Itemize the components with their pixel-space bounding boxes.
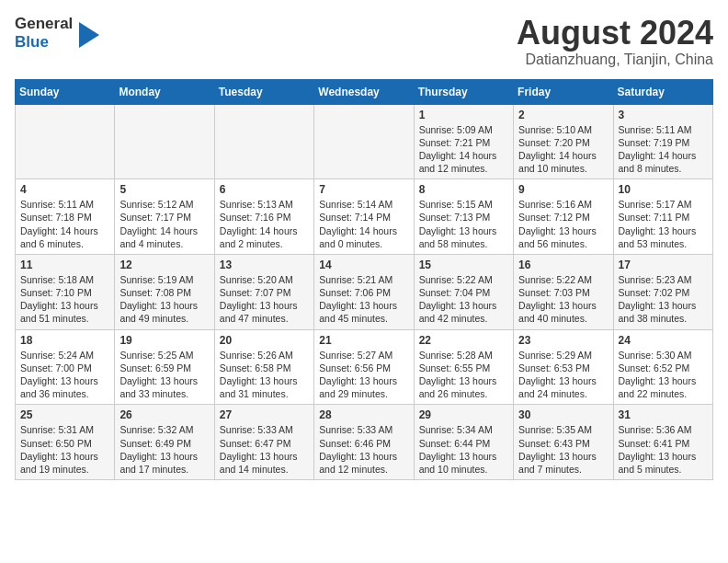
day-number: 26 bbox=[119, 408, 209, 421]
day-number: 2 bbox=[518, 109, 608, 121]
day-number: 19 bbox=[119, 334, 209, 347]
day-info: Sunrise: 5:33 AM Sunset: 6:46 PM Dayligh… bbox=[319, 423, 408, 476]
column-header-monday: Monday bbox=[115, 79, 214, 104]
calendar-week-row: 11Sunrise: 5:18 AM Sunset: 7:10 PM Dayli… bbox=[16, 254, 713, 329]
page-header: General Blue August 2024 Datianzhuang, T… bbox=[15, 15, 713, 68]
day-number: 22 bbox=[419, 334, 508, 347]
column-header-wednesday: Wednesday bbox=[314, 79, 414, 104]
calendar-cell: 11Sunrise: 5:18 AM Sunset: 7:10 PM Dayli… bbox=[16, 254, 115, 329]
day-number: 9 bbox=[518, 183, 608, 196]
day-info: Sunrise: 5:21 AM Sunset: 7:06 PM Dayligh… bbox=[319, 273, 408, 326]
day-info: Sunrise: 5:22 AM Sunset: 7:04 PM Dayligh… bbox=[419, 273, 508, 326]
day-info: Sunrise: 5:17 AM Sunset: 7:11 PM Dayligh… bbox=[619, 198, 708, 250]
calendar-cell bbox=[16, 104, 115, 179]
day-info: Sunrise: 5:28 AM Sunset: 6:55 PM Dayligh… bbox=[419, 349, 508, 401]
day-number: 8 bbox=[419, 183, 508, 196]
column-header-tuesday: Tuesday bbox=[214, 79, 313, 104]
day-number: 28 bbox=[319, 408, 408, 421]
logo-blue: Blue bbox=[15, 33, 73, 52]
calendar-cell: 7Sunrise: 5:14 AM Sunset: 7:14 PM Daylig… bbox=[314, 179, 414, 255]
day-info: Sunrise: 5:16 AM Sunset: 7:12 PM Dayligh… bbox=[518, 198, 608, 250]
day-number: 15 bbox=[419, 259, 508, 271]
calendar-cell: 5Sunrise: 5:12 AM Sunset: 7:17 PM Daylig… bbox=[115, 179, 214, 255]
calendar-cell: 3Sunrise: 5:11 AM Sunset: 7:19 PM Daylig… bbox=[613, 104, 712, 179]
day-number: 18 bbox=[20, 334, 109, 347]
day-info: Sunrise: 5:33 AM Sunset: 6:47 PM Dayligh… bbox=[220, 423, 309, 476]
column-header-thursday: Thursday bbox=[414, 79, 513, 104]
calendar-cell: 14Sunrise: 5:21 AM Sunset: 7:06 PM Dayli… bbox=[314, 254, 414, 329]
day-number: 13 bbox=[220, 259, 309, 271]
calendar-cell: 19Sunrise: 5:25 AM Sunset: 6:59 PM Dayli… bbox=[115, 329, 214, 405]
calendar-cell: 10Sunrise: 5:17 AM Sunset: 7:11 PM Dayli… bbox=[613, 179, 712, 255]
calendar-cell: 15Sunrise: 5:22 AM Sunset: 7:04 PM Dayli… bbox=[414, 254, 513, 329]
column-header-sunday: Sunday bbox=[16, 79, 115, 104]
day-info: Sunrise: 5:29 AM Sunset: 6:53 PM Dayligh… bbox=[518, 349, 608, 401]
day-info: Sunrise: 5:35 AM Sunset: 6:43 PM Dayligh… bbox=[518, 423, 608, 476]
day-number: 31 bbox=[619, 408, 708, 421]
day-info: Sunrise: 5:12 AM Sunset: 7:17 PM Dayligh… bbox=[119, 198, 209, 250]
day-info: Sunrise: 5:36 AM Sunset: 6:41 PM Dayligh… bbox=[619, 423, 708, 476]
calendar-cell: 30Sunrise: 5:35 AM Sunset: 6:43 PM Dayli… bbox=[514, 405, 613, 480]
day-number: 1 bbox=[419, 109, 508, 121]
day-number: 25 bbox=[20, 408, 109, 421]
calendar-cell: 26Sunrise: 5:32 AM Sunset: 6:49 PM Dayli… bbox=[115, 405, 214, 480]
day-info: Sunrise: 5:19 AM Sunset: 7:08 PM Dayligh… bbox=[119, 273, 209, 326]
calendar-cell: 12Sunrise: 5:19 AM Sunset: 7:08 PM Dayli… bbox=[115, 254, 214, 329]
calendar-cell: 31Sunrise: 5:36 AM Sunset: 6:41 PM Dayli… bbox=[613, 405, 712, 480]
calendar-cell: 2Sunrise: 5:10 AM Sunset: 7:20 PM Daylig… bbox=[514, 104, 613, 179]
calendar-cell: 23Sunrise: 5:29 AM Sunset: 6:53 PM Dayli… bbox=[514, 329, 613, 405]
day-number: 14 bbox=[319, 259, 408, 271]
day-info: Sunrise: 5:14 AM Sunset: 7:14 PM Dayligh… bbox=[319, 198, 408, 250]
calendar-cell: 17Sunrise: 5:23 AM Sunset: 7:02 PM Dayli… bbox=[613, 254, 712, 329]
day-number: 17 bbox=[619, 259, 708, 271]
calendar-cell: 8Sunrise: 5:15 AM Sunset: 7:13 PM Daylig… bbox=[414, 179, 513, 255]
day-number: 29 bbox=[419, 408, 508, 421]
day-number: 5 bbox=[119, 183, 209, 196]
location-subtitle: Datianzhuang, Tianjin, China bbox=[517, 52, 713, 68]
day-info: Sunrise: 5:27 AM Sunset: 6:56 PM Dayligh… bbox=[319, 349, 408, 401]
logo-general: General bbox=[15, 15, 73, 33]
calendar-cell bbox=[115, 104, 214, 179]
calendar-cell: 13Sunrise: 5:20 AM Sunset: 7:07 PM Dayli… bbox=[214, 254, 313, 329]
calendar-cell bbox=[314, 104, 414, 179]
calendar-cell: 4Sunrise: 5:11 AM Sunset: 7:18 PM Daylig… bbox=[16, 179, 115, 255]
calendar-cell: 20Sunrise: 5:26 AM Sunset: 6:58 PM Dayli… bbox=[214, 329, 313, 405]
calendar-cell: 24Sunrise: 5:30 AM Sunset: 6:52 PM Dayli… bbox=[613, 329, 712, 405]
day-info: Sunrise: 5:34 AM Sunset: 6:44 PM Dayligh… bbox=[419, 423, 508, 476]
calendar-week-row: 18Sunrise: 5:24 AM Sunset: 7:00 PM Dayli… bbox=[16, 329, 713, 405]
calendar-week-row: 1Sunrise: 5:09 AM Sunset: 7:21 PM Daylig… bbox=[16, 104, 713, 179]
day-info: Sunrise: 5:15 AM Sunset: 7:13 PM Dayligh… bbox=[419, 198, 508, 250]
calendar-header-row: SundayMondayTuesdayWednesdayThursdayFrid… bbox=[16, 79, 713, 104]
calendar-cell: 27Sunrise: 5:33 AM Sunset: 6:47 PM Dayli… bbox=[214, 405, 313, 480]
day-number: 11 bbox=[20, 259, 109, 271]
logo-arrow-icon bbox=[79, 22, 99, 48]
calendar-cell: 22Sunrise: 5:28 AM Sunset: 6:55 PM Dayli… bbox=[414, 329, 513, 405]
day-number: 4 bbox=[20, 183, 109, 196]
calendar-cell: 21Sunrise: 5:27 AM Sunset: 6:56 PM Dayli… bbox=[314, 329, 414, 405]
day-number: 30 bbox=[518, 408, 608, 421]
title-section: August 2024 Datianzhuang, Tianjin, China bbox=[517, 15, 713, 68]
calendar-cell bbox=[214, 104, 313, 179]
day-number: 7 bbox=[319, 183, 408, 196]
day-info: Sunrise: 5:09 AM Sunset: 7:21 PM Dayligh… bbox=[419, 123, 508, 176]
day-info: Sunrise: 5:24 AM Sunset: 7:00 PM Dayligh… bbox=[20, 349, 109, 401]
calendar-cell: 18Sunrise: 5:24 AM Sunset: 7:00 PM Dayli… bbox=[16, 329, 115, 405]
day-info: Sunrise: 5:13 AM Sunset: 7:16 PM Dayligh… bbox=[220, 198, 309, 250]
day-number: 16 bbox=[518, 259, 608, 271]
calendar-cell: 6Sunrise: 5:13 AM Sunset: 7:16 PM Daylig… bbox=[214, 179, 313, 255]
day-info: Sunrise: 5:23 AM Sunset: 7:02 PM Dayligh… bbox=[619, 273, 708, 326]
calendar-table: SundayMondayTuesdayWednesdayThursdayFrid… bbox=[15, 79, 713, 480]
calendar-week-row: 25Sunrise: 5:31 AM Sunset: 6:50 PM Dayli… bbox=[16, 405, 713, 480]
day-info: Sunrise: 5:18 AM Sunset: 7:10 PM Dayligh… bbox=[20, 273, 109, 326]
day-number: 27 bbox=[220, 408, 309, 421]
day-info: Sunrise: 5:32 AM Sunset: 6:49 PM Dayligh… bbox=[119, 423, 209, 476]
calendar-cell: 16Sunrise: 5:22 AM Sunset: 7:03 PM Dayli… bbox=[514, 254, 613, 329]
calendar-cell: 25Sunrise: 5:31 AM Sunset: 6:50 PM Dayli… bbox=[16, 405, 115, 480]
day-number: 21 bbox=[319, 334, 408, 347]
calendar-week-row: 4Sunrise: 5:11 AM Sunset: 7:18 PM Daylig… bbox=[16, 179, 713, 255]
day-info: Sunrise: 5:26 AM Sunset: 6:58 PM Dayligh… bbox=[220, 349, 309, 401]
day-number: 20 bbox=[220, 334, 309, 347]
day-number: 3 bbox=[619, 109, 708, 121]
month-year-title: August 2024 bbox=[517, 15, 713, 52]
logo: General Blue bbox=[15, 15, 99, 51]
